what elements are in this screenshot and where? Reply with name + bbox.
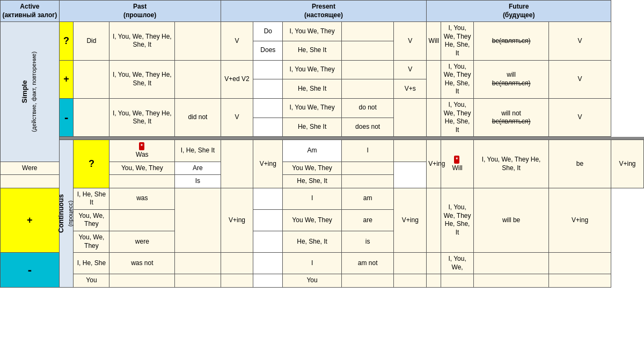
cont-minus-fut-v2 [549, 274, 611, 288]
simple-plus-fut-v: V [549, 60, 611, 98]
simple-minus-pres-aux1 [253, 98, 283, 118]
simple-minus-pres-neg2: does not [341, 118, 393, 137]
simple-minus-pres-neg1: do not [341, 98, 393, 118]
cont-minus-past-sub2: You [74, 274, 109, 288]
simple-plus-pres-aux1 [253, 60, 283, 79]
cont-plus-pres-aux3 [253, 231, 283, 253]
cont-minus-pres-v [394, 253, 427, 274]
cont-q-pres-sub2: You We, They [283, 162, 342, 175]
simple-minus-past-aux [74, 98, 109, 136]
simple-plus-pres-v2: V+s [394, 79, 427, 99]
cont-minus-pres-aux2 [253, 274, 283, 288]
simple-plus-fut-modal: will be(являться) [474, 60, 549, 98]
cont-q-past-aux1: * Was [109, 140, 175, 162]
past-header: Past (прошлое) [59, 1, 221, 22]
cont-plus-pres-neg1: am [341, 188, 393, 209]
simple-label: Simple (действие, факт, повторение) [1, 22, 60, 162]
future-header: Future (будущее) [427, 1, 611, 22]
cont-plus-pres-v: V+ing [394, 188, 427, 253]
cont-minus-past-neg1: was not [109, 253, 175, 274]
cont-plus-past-v: V+ing [221, 188, 253, 253]
cont-q-pres-sub3: He, She, It [283, 175, 342, 188]
simple-q-pres-neg1 [341, 22, 393, 41]
simple-minus-sign: - [59, 98, 74, 136]
cont-q-pres-neg1 [394, 140, 427, 162]
cont-q-past-aux3 [1, 175, 60, 188]
simple-q-past-v: V [221, 22, 253, 60]
simple-q-fut-subject: I, You, We, They He, She, It [441, 22, 474, 60]
cont-minus-past-empty [175, 253, 221, 274]
cont-minus-past-v [221, 253, 253, 274]
simple-plus-past-aux [74, 60, 109, 98]
cont-q-pres-neg3 [341, 175, 393, 188]
simple-plus-pres-sub2: He, She It [283, 79, 342, 99]
simple-q-pres-sub2: He, She It [283, 41, 342, 60]
simple-plus-pres-v1: V [394, 60, 427, 79]
cont-plus-pres-aux1 [253, 188, 283, 209]
cont-plus-past-sub2: You, We, They [74, 209, 109, 231]
cont-minus-past-sub1: I, He, She [74, 253, 109, 274]
simple-minus-past-subject: I, You, We, They He, She, It [109, 98, 175, 136]
simple-q-pres-neg2 [341, 41, 393, 60]
cont-q-fut-aux: * Will [441, 140, 474, 188]
simple-plus-pres-neg2 [341, 79, 393, 99]
cont-minus-past-empty2 [175, 274, 221, 288]
cont-plus-past-neg1: was [109, 188, 175, 209]
cont-q-fut-be: be [549, 140, 611, 188]
grammar-table: Active (активный залог) Past (прошлое) P… [0, 0, 644, 288]
simple-plus-past-v: V+ed V2 [221, 60, 253, 98]
cont-plus-fut-v: V+ing [549, 188, 611, 253]
simple-q-past-neg [175, 22, 221, 60]
cont-minus-pres-neg1: am not [341, 253, 393, 274]
simple-q-pres-aux1: Do [253, 22, 283, 41]
cont-q-past-sub2: You, We, They [109, 162, 175, 175]
cont-minus-fut-modal2 [474, 274, 549, 288]
cont-plus-fut-modal: will be [474, 188, 549, 253]
simple-q-fut-be: be(являться) [474, 22, 549, 60]
simple-q-past-subject: I, You, We, They He, She, It [109, 22, 175, 60]
cont-plus-pres-aux2 [253, 209, 283, 231]
cont-minus-past-v2 [221, 274, 253, 288]
cont-plus-sign: + [1, 188, 60, 253]
cont-plus-pres-sub3: He, She, It [283, 231, 342, 253]
cont-q-pres-v: V+ing [427, 140, 441, 188]
cont-q-past-neg [221, 140, 253, 188]
simple-question-sign: ? [59, 22, 74, 60]
simple-q-past-aux: Did [74, 22, 109, 60]
cont-q-past-sub1: I, He, She It [175, 140, 221, 162]
active-header: Active (активный залог) [1, 1, 60, 22]
simple-minus-pres-sub2: He, She It [283, 118, 342, 137]
cont-q-past-aux2: Were [1, 162, 60, 175]
simple-minus-fut-aux [427, 98, 441, 136]
cont-minus-fut-aux [427, 253, 441, 274]
cont-minus-sign: - [1, 253, 60, 288]
cont-q-pres-neg2 [341, 162, 393, 175]
cont-q-pres-sub1: I [341, 140, 393, 162]
cont-minus-pres-v2 [394, 274, 427, 288]
simple-q-fut-v: V [549, 22, 611, 60]
cont-minus-pres-neg2 [341, 274, 393, 288]
simple-plus-sign: + [59, 60, 74, 98]
cont-plus-fut-subject: I, You, We, They He, She, It [441, 188, 474, 253]
simple-minus-fut-modal: will not be(являться) [474, 98, 549, 136]
cont-minus-pres-sub1: I [283, 253, 342, 274]
present-header: Present (настоящее) [221, 1, 427, 22]
cont-plus-pres-neg3: is [341, 231, 393, 253]
simple-plus-pres-neg1 [341, 60, 393, 79]
simple-plus-pres-sub1: I, You We, They [283, 60, 342, 79]
cont-minus-past-neg2 [109, 274, 175, 288]
simple-minus-pres-sub1: I, You We, They [283, 98, 342, 118]
cont-plus-past-empty [175, 188, 221, 253]
cont-minus-pres-sub2: You [283, 274, 342, 288]
cont-q-past-v: V+ing [253, 140, 283, 188]
simple-plus-past-subject: I, You, We, They He, She, It [109, 60, 175, 98]
cont-plus-fut-aux [427, 188, 441, 253]
simple-minus-pres-v [394, 98, 427, 136]
simple-q-pres-v: V [394, 22, 427, 60]
simple-minus-fut-v: V [549, 98, 611, 136]
simple-minus-fut-subject: I, You, We, They He, She, It [441, 98, 474, 136]
cont-minus-fut-subject2 [441, 274, 474, 288]
cont-plus-pres-neg2: are [341, 209, 393, 231]
simple-q-pres-sub1: I, You We, They [283, 22, 342, 41]
cont-q-pres-aux1: Am [283, 140, 342, 162]
